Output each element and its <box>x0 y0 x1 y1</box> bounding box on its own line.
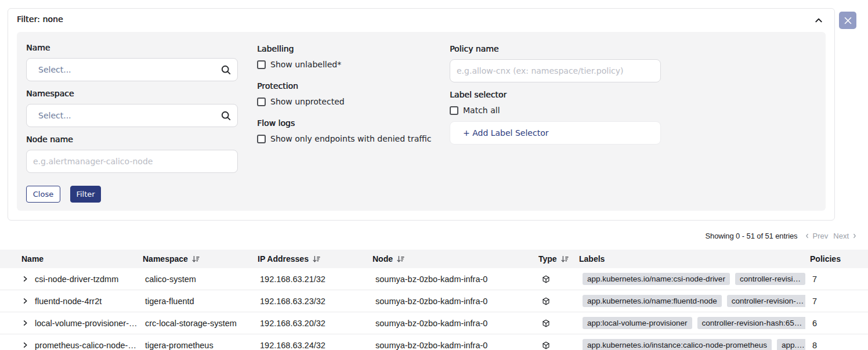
endpoint-name: fluentd-node-4rr2t <box>35 297 102 306</box>
namespace-field-label: Namespace <box>26 89 238 98</box>
endpoint-node: soumya-bz-0zbo-kadm-infra-0 <box>370 297 534 306</box>
denied-traffic-row: Show only endpoints with denied traffic <box>257 135 452 143</box>
endpoint-name: csi-node-driver-tzdmm <box>35 275 118 284</box>
sort-descending-icon <box>188 255 200 263</box>
sort-descending-icon <box>557 255 569 263</box>
endpoint-policies-count: 7 <box>805 275 868 284</box>
denied-traffic-checkbox[interactable] <box>257 135 266 143</box>
entries-summary: Showing 0 - 51 of 51 entries <box>705 232 797 240</box>
pagination: Showing 0 - 51 of 51 entries Prev Next <box>705 230 858 241</box>
column-header-name[interactable]: Name <box>0 254 138 264</box>
endpoint-policies-count: 8 <box>805 341 868 350</box>
column-header-type[interactable]: Type <box>534 254 574 264</box>
show-unprotected-checkbox[interactable] <box>257 98 266 106</box>
filter-button[interactable]: Filter <box>70 186 101 203</box>
prev-page-button[interactable]: Prev <box>813 232 829 240</box>
column-header-node[interactable]: Node <box>370 254 534 264</box>
endpoint-namespace: calico-system <box>138 275 253 284</box>
close-button[interactable]: Close <box>26 186 60 203</box>
filter-column-middle: Labelling Show unlabelled* Protection Sh… <box>257 45 452 143</box>
endpoint-type <box>534 319 574 327</box>
pod-cube-icon <box>542 341 550 349</box>
endpoint-labels: app.kubernetes.io/instance:calico-node-p… <box>574 339 805 350</box>
close-filter-panel-button[interactable] <box>839 12 856 29</box>
sort-descending-icon <box>309 255 320 263</box>
sort-descending-icon <box>393 255 404 263</box>
table-row[interactable]: prometheus-calico-node-… tigera-promethe… <box>0 334 868 350</box>
namespace-select-placeholder: Select... <box>38 111 71 120</box>
labelling-group-label: Labelling <box>257 45 452 53</box>
filter-form-panel: Name Select... Namespace Select... Node … <box>17 32 826 211</box>
node-name-input[interactable] <box>26 150 238 173</box>
label-chip: app.… <box>777 339 805 350</box>
endpoint-ip: 192.168.63.20/32 <box>253 319 370 328</box>
chevron-up-icon <box>814 16 823 25</box>
collapse-filter-button[interactable] <box>810 12 827 28</box>
endpoint-node: soumya-bz-0zbo-kadm-infra-0 <box>370 275 534 284</box>
filter-panel: Filter: none Name Select... Namespace Se… <box>8 8 835 221</box>
filter-actions: Close Filter <box>26 186 238 203</box>
show-unprotected-row: Show unprotected <box>257 98 452 106</box>
filter-column-left: Name Select... Namespace Select... Node … <box>26 44 238 203</box>
node-name-field-label: Node name <box>26 135 238 144</box>
name-select-placeholder: Select... <box>38 65 71 74</box>
endpoints-table: Name Namespace IP Addresses Node Type La… <box>0 250 868 350</box>
close-icon <box>844 17 852 24</box>
pod-cube-icon <box>542 319 550 327</box>
match-all-checkbox[interactable] <box>450 106 458 115</box>
search-icon <box>221 65 231 75</box>
next-page-icon[interactable] <box>851 232 858 240</box>
expand-row-icon[interactable] <box>22 276 28 282</box>
policy-name-input[interactable] <box>450 59 661 82</box>
table-row[interactable]: fluentd-node-4rr2t tigera-fluentd 192.16… <box>0 290 868 312</box>
pod-cube-icon <box>542 297 550 305</box>
table-row[interactable]: csi-node-driver-tzdmm calico-system 192.… <box>0 268 868 290</box>
label-chip: controller-revision-hash:65… <box>697 317 805 329</box>
show-unlabelled-checkbox[interactable] <box>257 60 266 69</box>
column-header-labels[interactable]: Labels <box>574 254 805 264</box>
add-label-selector-button[interactable]: + Add Label Selector <box>450 121 661 145</box>
endpoint-labels: app.kubernetes.io/name:csi-node-driver c… <box>574 273 805 285</box>
endpoint-namespace: crc-local-storage-system <box>138 319 253 328</box>
endpoint-name: local-volume-provisioner-… <box>35 319 137 328</box>
show-unlabelled-row: Show unlabelled* <box>257 60 452 69</box>
show-unlabelled-label[interactable]: Show unlabelled* <box>270 60 341 69</box>
endpoint-type <box>534 341 574 349</box>
label-chip: controller-revision-… <box>727 295 805 307</box>
search-icon <box>221 111 231 121</box>
flow-logs-group-label: Flow logs <box>257 119 452 128</box>
label-chip: app:local-volume-provisioner <box>583 317 692 329</box>
endpoint-ip: 192.168.63.21/32 <box>253 275 370 284</box>
pod-cube-icon <box>542 275 550 283</box>
denied-traffic-label[interactable]: Show only endpoints with denied traffic <box>270 135 432 143</box>
name-select[interactable]: Select... <box>26 58 238 81</box>
expand-row-icon[interactable] <box>22 320 28 326</box>
endpoint-name: prometheus-calico-node-… <box>35 341 136 350</box>
endpoint-labels: app.kubernetes.io/name:fluentd-node cont… <box>574 295 805 307</box>
column-header-namespace[interactable]: Namespace <box>138 254 253 264</box>
label-chip: app.kubernetes.io/name:csi-node-driver <box>583 273 730 285</box>
endpoint-namespace: tigera-fluentd <box>138 297 253 306</box>
endpoint-ip: 192.168.63.24/32 <box>253 341 370 350</box>
endpoint-type <box>534 297 574 305</box>
policy-name-field-label: Policy name <box>450 45 661 53</box>
endpoint-node: soumya-bz-0zbo-kadm-infra-0 <box>370 341 534 350</box>
table-row[interactable]: local-volume-provisioner-… crc-local-sto… <box>0 312 868 334</box>
next-page-button[interactable]: Next <box>833 232 849 240</box>
endpoint-policies-count: 6 <box>805 319 868 328</box>
expand-row-icon[interactable] <box>22 342 28 348</box>
prev-page-icon[interactable] <box>804 232 811 240</box>
endpoint-policies-count: 7 <box>805 297 868 306</box>
protection-group-label: Protection <box>257 82 452 91</box>
column-header-ip-addresses[interactable]: IP Addresses <box>253 254 370 264</box>
filter-column-right: Policy name Label selector Match all + A… <box>450 45 661 145</box>
match-all-label[interactable]: Match all <box>463 106 500 115</box>
show-unprotected-label[interactable]: Show unprotected <box>270 98 345 106</box>
filter-panel-title: Filter: none <box>17 15 63 24</box>
label-chip: controller-revisi… <box>735 273 805 285</box>
expand-row-icon[interactable] <box>22 298 28 304</box>
label-chip: app.kubernetes.io/name:fluentd-node <box>583 295 722 307</box>
namespace-select[interactable]: Select... <box>26 104 238 127</box>
column-header-policies[interactable]: Policies <box>805 254 868 264</box>
endpoint-node: soumya-bz-0zbo-kadm-infra-0 <box>370 319 534 328</box>
